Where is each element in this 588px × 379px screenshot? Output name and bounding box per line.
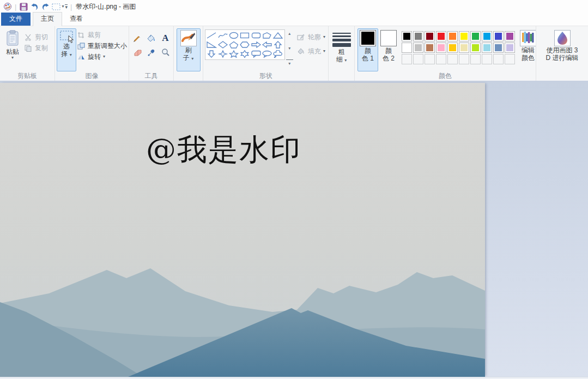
palette-swatch[interactable] — [425, 43, 435, 53]
shape-star-4-icon[interactable] — [217, 50, 228, 58]
select-tool-qat-icon[interactable] — [51, 1, 62, 12]
shape-rounded-rectangle-icon[interactable] — [251, 31, 262, 40]
palette-swatch[interactable] — [402, 31, 412, 41]
palette-empty-slot[interactable] — [505, 54, 515, 64]
eyedropper-icon[interactable] — [145, 46, 158, 59]
outline-button[interactable]: 轮廓 ▾ — [296, 32, 325, 43]
group-size: 粗 细 ▾ — [329, 26, 355, 81]
shape-rectangle-icon[interactable] — [239, 31, 250, 40]
shape-arrow-up-icon[interactable] — [272, 40, 283, 49]
palette-swatch[interactable] — [459, 43, 469, 53]
group-tools: A 工具 — [129, 26, 174, 81]
shape-right-triangle-icon[interactable] — [206, 40, 217, 49]
color1-label-line1: 颜 — [365, 47, 371, 55]
palette-empty-slot[interactable] — [436, 54, 446, 64]
fill-bucket-icon[interactable] — [145, 32, 158, 45]
palette-empty-slot[interactable] — [482, 54, 492, 64]
eraser-icon[interactable] — [131, 46, 144, 59]
color2-label-line1: 颜 — [385, 47, 392, 55]
shapes-grid — [205, 29, 285, 60]
paste-button[interactable]: 粘贴 ▾ — [2, 28, 23, 71]
crop-button[interactable]: 裁剪 — [76, 29, 127, 40]
text-tool-icon[interactable]: A — [159, 32, 172, 45]
shape-callout-rounded-icon[interactable] — [251, 50, 262, 58]
cut-button[interactable]: 剪切 — [23, 32, 48, 43]
palette-swatch[interactable] — [447, 43, 458, 53]
palette-swatch[interactable] — [413, 43, 423, 53]
scissors-icon — [23, 33, 33, 41]
color1-button[interactable]: 颜 色 1 — [357, 28, 378, 71]
shape-polygon-icon[interactable] — [262, 31, 272, 40]
undo-icon[interactable] — [29, 1, 40, 12]
paint3d-icon — [554, 30, 571, 46]
palette-empty-slot[interactable] — [493, 54, 504, 64]
qat-separator: | — [15, 3, 16, 11]
fill-button[interactable]: 填充 ▾ — [296, 46, 325, 57]
shapes-scroll-down-icon[interactable]: ▾ — [286, 45, 293, 52]
color2-button[interactable]: 颜 色 2 — [378, 28, 399, 71]
palette-swatch[interactable] — [413, 31, 423, 41]
palette-empty-slot[interactable] — [402, 54, 412, 64]
palette-empty-slot[interactable] — [413, 54, 423, 64]
palette-swatch[interactable] — [447, 31, 458, 41]
tab-home[interactable]: 主页 — [33, 12, 62, 26]
palette-swatch[interactable] — [505, 43, 515, 53]
shape-pentagon-icon[interactable] — [228, 40, 239, 49]
resize-icon — [76, 41, 86, 50]
customize-qat-icon[interactable]: ▾ — [65, 4, 68, 9]
shapes-scroll-up-icon[interactable]: ▴ — [286, 30, 293, 37]
tab-view[interactable]: 查看 — [62, 13, 90, 26]
palette-empty-slot[interactable] — [470, 54, 481, 64]
pencil-icon[interactable] — [131, 32, 144, 45]
shape-arrow-right-icon[interactable] — [251, 40, 262, 49]
shape-star-6-icon[interactable] — [239, 50, 250, 58]
colors-group-label: 颜色 — [355, 71, 536, 81]
tab-file[interactable]: 文件 — [1, 13, 31, 26]
shape-hexagon-icon[interactable] — [239, 40, 250, 49]
copy-button[interactable]: 复制 — [23, 43, 48, 53]
shape-curve-icon[interactable] — [217, 31, 228, 40]
palette-swatch[interactable] — [436, 43, 446, 53]
paint3d-button[interactable]: 使用画图 3 D 进行编辑 — [542, 28, 583, 71]
rotate-button[interactable]: 旋转 ▾ — [76, 51, 127, 62]
shape-arrow-left-icon[interactable] — [262, 40, 272, 49]
shape-star-5-icon[interactable] — [228, 50, 239, 58]
shape-line-icon[interactable] — [206, 31, 217, 40]
shape-ellipse-icon[interactable] — [228, 31, 239, 40]
magnifier-icon[interactable] — [159, 46, 172, 59]
palette-swatch[interactable] — [402, 43, 412, 53]
palette-swatch[interactable] — [482, 31, 492, 41]
palette-empty-slot[interactable] — [425, 54, 435, 64]
palette-swatch[interactable] — [482, 43, 492, 53]
shape-callout-cloud-icon[interactable] — [272, 50, 283, 58]
rotate-icon — [76, 52, 86, 61]
select-button[interactable]: 选 择 ▾ — [57, 28, 76, 71]
palette-swatch[interactable] — [505, 31, 515, 41]
canvas[interactable]: @我是水印 — [0, 83, 485, 377]
size-button[interactable]: 粗 细 ▾ — [330, 28, 353, 71]
copy-label: 复制 — [35, 44, 48, 53]
palette-swatch[interactable] — [425, 31, 435, 41]
palette-swatch[interactable] — [436, 31, 446, 41]
shape-callout-oval-icon[interactable] — [262, 50, 272, 58]
redo-icon[interactable] — [40, 1, 51, 12]
select-dropdown-icon[interactable]: ▾ — [62, 4, 64, 9]
save-icon[interactable] — [18, 1, 29, 12]
shape-arrow-down-icon[interactable] — [206, 50, 217, 58]
palette-swatch[interactable] — [470, 31, 481, 41]
palette-swatch[interactable] — [470, 43, 481, 53]
qat-separator-2: | — [70, 3, 72, 11]
palette-swatch[interactable] — [493, 31, 504, 41]
ribbon: 粘贴 ▾ 剪切 复制 剪贴板 — [0, 26, 588, 81]
fill-label: 填充 — [308, 47, 321, 56]
palette-empty-slot[interactable] — [447, 54, 458, 64]
group-colors: 颜 色 1 颜 色 2 编辑 颜色 颜色 — [355, 26, 536, 81]
resize-button[interactable]: 重新调整大小 — [76, 40, 127, 51]
palette-swatch[interactable] — [493, 43, 504, 53]
shape-diamond-icon[interactable] — [217, 40, 228, 49]
brushes-button[interactable]: 刷 子 ▾ — [177, 28, 201, 71]
palette-empty-slot[interactable] — [459, 54, 469, 64]
shape-triangle-icon[interactable] — [272, 31, 283, 40]
shapes-more-icon[interactable]: ▾ — [286, 59, 293, 67]
palette-swatch[interactable] — [459, 31, 469, 41]
